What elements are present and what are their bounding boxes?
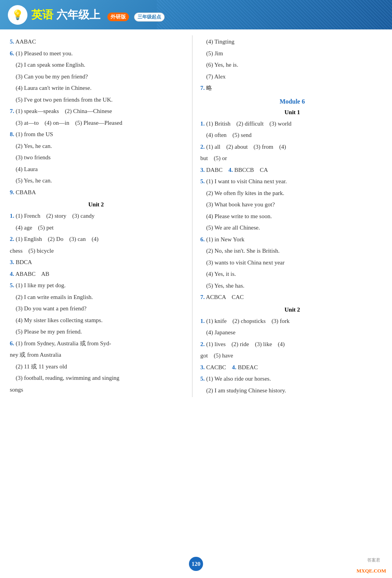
header-logo [8,5,27,25]
u2-5-4: (4) My sister likes collecting stamps. [10,315,182,326]
item-5: 5. AABAC [10,37,182,47]
m6-1: 1. (1) British (2) difficult (3) world [200,119,384,129]
u2-6-3: (2) 11 或 11 years old [10,362,182,372]
module6-title: Module 6 [200,98,384,105]
u2-2: 2. (1) English (2) Do (3) can (4) [10,234,182,244]
m6-unit1-title: Unit 1 [200,109,384,116]
unit2-title: Unit 2 [10,201,182,208]
m6-1-2: (4) often (5) send [200,130,384,140]
u2r-2: 2. (1) lives (2) ride (3) like (4) [200,339,384,350]
u2-5-3: (3) Do you want a pen friend? [10,304,182,314]
u2r-5: 5. (1) We also ride our horses. [200,374,384,384]
watermark: 答案君 MXQE.COM [357,568,386,574]
u2-6-4: (3) football, reading, swimming and sing… [10,373,182,383]
page-number: 120 [189,557,203,571]
main-content: 5. AABAC 6. (1) Pleased to meet you. (2)… [0,29,392,403]
m6-3: 3. DABC 4. BBCCB CA [200,165,384,175]
u2r-2-2: got (5) have [200,351,384,361]
u2-5-5: (5) Please be my pen friend. [10,327,182,337]
r-6: (6) Yes, he is. [200,60,384,70]
header-title: 英语 六年级上 外研版 三年级起点 [31,7,165,22]
u2-1: 1. (1) French (2) story (3) candy [10,211,182,221]
u2-5-2: (2) I can write emails in English. [10,292,182,303]
m6-5: 5. (1) I want to visit China next year. [200,177,384,187]
r-5: (5) Jim [200,49,384,59]
m6-5-4: (4) Please write to me soon. [200,212,384,222]
title-cn: 英语 [31,9,53,21]
u2-3: 3. BDCA [10,257,182,268]
item-7: 7. (1) speak—speaks (2) China—Chinese [10,106,182,117]
watermark-logo: 答案君 [367,557,380,563]
item-8: 8. (1) from the US [10,129,182,140]
header: 英语 六年级上 外研版 三年级起点 [0,0,392,29]
item-6-3: (3) Can you be my pen friend? [10,72,182,82]
m6-5-5: (5) We are all Chinese. [200,223,384,233]
m6-6-2: (2) No, she isn't. She is British. [200,246,384,256]
r-7: (7) Alex [200,72,384,82]
u2-1-2: (4) age (5) pet [10,223,182,233]
u2r-1: 1. (1) knife (2) chopsticks (3) fork [200,316,384,326]
r-7-lue: 7. 略 [200,83,384,93]
m6-2-2: but (5) or [200,153,384,164]
watermark-site: MXQE.COM [357,568,386,574]
item-8-2: (2) Yes, he can. [10,141,182,151]
m6-6: 6. (1) in New York [200,235,384,245]
m6-unit2-title: Unit 2 [200,306,384,313]
badge1: 外研版 [107,13,129,21]
badge2: 三年级起点 [134,13,165,22]
u2-4: 4. ABABC AB [10,269,182,279]
m6-2: 2. (1) all (2) about (3) from (4) [200,142,384,152]
u2-2-2: chess (5) bicycle [10,246,182,256]
item-9: 9. CBABA [10,188,182,198]
item-6: 6. (1) Pleased to meet you. [10,49,182,59]
u2r-5-2: (2) I am studying Chinese history. [200,386,384,396]
title-grade: 六年级上 [56,9,100,21]
m6-6-4: (4) Yes, it is. [200,269,384,279]
u2-5: 5. (1) I like my pet dog. [10,281,182,291]
u2r-3: 3. CACBC 4. BDEAC [200,363,384,373]
item-6-5: (5) I've got two pen friends from the UK… [10,95,182,105]
left-column: 5. AABAC 6. (1) Pleased to meet you. (2)… [0,35,192,397]
item-8-3: (3) two friends [10,153,182,163]
item-8-5: (5) Yes, he can. [10,176,182,186]
u2-6-5: songs [10,385,182,395]
item-6-4: (4) Laura can't write in Chinese. [10,83,182,93]
m6-5-2: (2) We often fly kites in the park. [200,188,384,199]
item-6-2: (2) I can speak some English. [10,60,182,70]
m6-5-3: (3) What book have you got? [200,200,384,210]
r-4: (4) Tingting [200,37,384,47]
item-7-2: (3) at—to (4) on—in (5) Please—Pleased [10,118,182,128]
u2-6-2: ney 或 from Australia [10,350,182,360]
footer: 120 [189,557,203,571]
u2r-1-2: (4) Japanese [200,328,384,338]
m6-6-3: (3) wants to visit China next year [200,258,384,268]
right-column: (4) Tingting (5) Jim (6) Yes, he is. (7)… [192,35,392,397]
item-8-4: (4) Laura [10,164,182,175]
u2-6: 6. (1) from Sydney, Australia 或 from Syd… [10,339,182,349]
m6-7: 7. ACBCA CAC [200,292,384,303]
m6-6-5: (5) Yes, she has. [200,281,384,291]
